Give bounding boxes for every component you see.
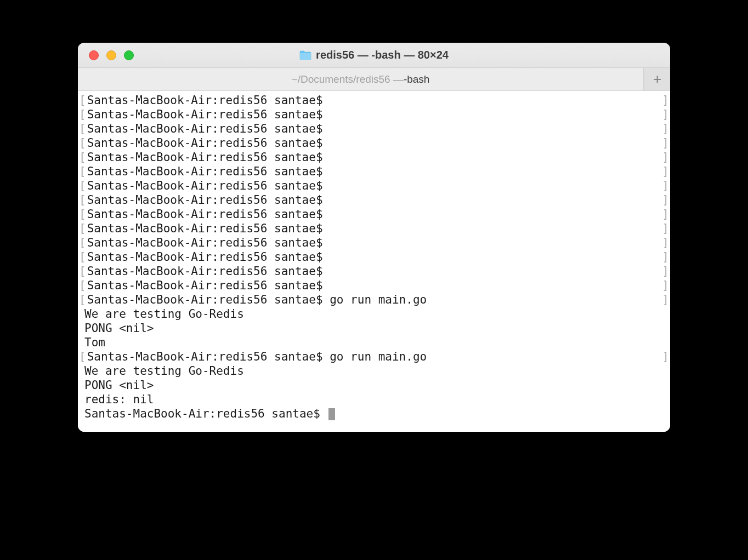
folder-icon <box>299 50 311 60</box>
traffic-lights <box>78 50 134 60</box>
terminal-line: [Santas-MacBook-Air:redis56 santae$ ] <box>79 221 669 236</box>
terminal-line: [Santas-MacBook-Air:redis56 santae$ ] <box>79 136 669 150</box>
terminal-line: [Santas-MacBook-Air:redis56 santae$ ] <box>79 93 669 107</box>
tab-path: ~/Documents/redis56 — <box>292 73 404 85</box>
terminal-line: [Santas-MacBook-Air:redis56 santae$ ] <box>79 193 669 207</box>
terminal-window: redis56 — -bash — 80×24 ~/Documents/redi… <box>78 43 670 432</box>
terminal-output-line: Tom <box>79 335 669 350</box>
window-title: redis56 — -bash — 80×24 <box>316 49 449 61</box>
terminal-line: [Santas-MacBook-Air:redis56 santae$ ] <box>79 250 669 264</box>
terminal-output-line: PONG <nil> <box>79 321 669 335</box>
terminal-line: [Santas-MacBook-Air:redis56 santae$ ] <box>79 179 669 193</box>
new-tab-button[interactable]: + <box>644 68 670 90</box>
titlebar: redis56 — -bash — 80×24 <box>78 43 670 68</box>
zoom-button[interactable] <box>124 50 134 60</box>
tab-bash[interactable]: ~/Documents/redis56 — -bash <box>78 68 644 90</box>
terminal-output-line: We are testing Go-Redis <box>79 364 669 378</box>
plus-icon: + <box>653 71 661 88</box>
tab-shell: -bash <box>404 73 430 85</box>
tabbar: ~/Documents/redis56 — -bash + <box>78 68 670 91</box>
terminal-line: [Santas-MacBook-Air:redis56 santae$ ] <box>79 122 669 136</box>
terminal-line: [Santas-MacBook-Air:redis56 santae$ ] <box>79 264 669 278</box>
terminal-line: [Santas-MacBook-Air:redis56 santae$ go r… <box>79 293 669 307</box>
terminal-prompt-current[interactable]: Santas-MacBook-Air:redis56 santae$ <box>79 407 669 421</box>
minimize-button[interactable] <box>106 50 116 60</box>
terminal-line: [Santas-MacBook-Air:redis56 santae$ ] <box>79 236 669 250</box>
terminal-output-line: redis: nil <box>79 392 669 407</box>
terminal-line: [Santas-MacBook-Air:redis56 santae$ ] <box>79 107 669 122</box>
terminal-line: [Santas-MacBook-Air:redis56 santae$ ] <box>79 207 669 221</box>
terminal-body[interactable]: [Santas-MacBook-Air:redis56 santae$ ][Sa… <box>78 91 670 432</box>
terminal-line: [Santas-MacBook-Air:redis56 santae$ ] <box>79 164 669 179</box>
terminal-line: [Santas-MacBook-Air:redis56 santae$ go r… <box>79 350 669 364</box>
terminal-output-line: We are testing Go-Redis <box>79 307 669 321</box>
close-button[interactable] <box>89 50 99 60</box>
terminal-output-line: PONG <nil> <box>79 378 669 392</box>
terminal-line: [Santas-MacBook-Air:redis56 santae$ ] <box>79 278 669 293</box>
terminal-line: [Santas-MacBook-Air:redis56 santae$ ] <box>79 150 669 164</box>
cursor <box>328 408 335 420</box>
